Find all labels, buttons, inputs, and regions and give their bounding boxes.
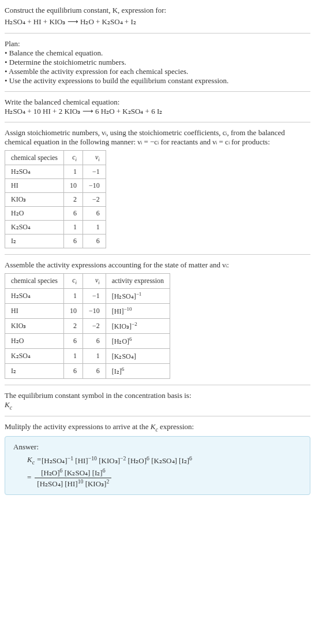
plan-item: • Use the activity expressions to build … (5, 76, 310, 85)
term: [HI]10 (65, 479, 83, 488)
col-species: chemical species (5, 151, 64, 165)
balanced-header: Write the balanced chemical equation: (5, 98, 310, 107)
term: [H₂SO₄] (37, 479, 63, 488)
plan-item: • Assemble the activity expression for e… (5, 67, 310, 76)
col-ci: ci (63, 151, 82, 165)
table-row: KIO₃2−2 (5, 193, 106, 207)
divider (5, 33, 310, 33)
term: [K₂SO₄] (151, 455, 177, 466)
divider (5, 385, 310, 385)
table-row: H₂SO₄1−1 (5, 165, 106, 179)
table-row: I₂66 (5, 234, 106, 248)
term: [KIO₃]−2 (99, 455, 126, 466)
prompt: Construct the equilibrium constant, K, e… (5, 5, 310, 27)
col-species: chemical species (5, 274, 64, 288)
equals: = (27, 473, 31, 482)
plan-item: • Balance the chemical equation. (5, 49, 310, 58)
col-vi: νi (82, 151, 106, 165)
col-vi: νi (82, 274, 106, 288)
table-row: HI10−10[HI]−10 (5, 303, 170, 318)
table-header-row: chemical species ci νi (5, 151, 106, 165)
divider (5, 122, 310, 122)
balanced-equation: Write the balanced chemical equation: H₂… (5, 98, 310, 116)
col-ci: ci (63, 274, 82, 288)
stoich-text: Assign stoichiometric numbers, νᵢ, using… (5, 128, 285, 146)
denominator: [H₂SO₄] [HI]10 [KIO₃]2 (35, 478, 111, 489)
divider (5, 416, 310, 416)
answer-box: Answer: Kc = [H₂SO₄]−1 [HI]−10 [KIO₃]−2 … (5, 436, 310, 495)
kc-symbol: The equilibrium constant symbol in the c… (5, 391, 310, 411)
term: [KIO₃]2 (85, 479, 110, 488)
table-row: K₂SO₄11[K₂SO₄] (5, 348, 170, 363)
kc-text: The equilibrium constant symbol in the c… (5, 391, 310, 400)
term: [H₂O]6 (128, 455, 149, 466)
activity-table: chemical species ci νi activity expressi… (5, 273, 170, 378)
divider (5, 254, 310, 255)
table-row: H₂SO₄1−1[H₂SO₄]−1 (5, 288, 170, 303)
prompt-arrow: ⟶ (68, 17, 78, 26)
table-row: KIO₃2−2[KIO₃]−2 (5, 318, 170, 333)
plan-header: Plan: (5, 39, 310, 49)
prompt-text: Construct the equilibrium constant, K, e… (5, 6, 166, 14)
stoich-description: Assign stoichiometric numbers, νᵢ, using… (5, 128, 310, 147)
kc-equals: Kc = (27, 455, 42, 466)
term: [K₂SO₄] (65, 468, 91, 477)
table-row: I₂66[I₂]6 (5, 363, 170, 378)
divider (5, 91, 310, 92)
term: [I₂]6 (179, 455, 192, 466)
prompt-rhs: H₂O + K₂SO₄ + I₂ (80, 17, 136, 26)
answer-fraction: = [H₂O]6 [K₂SO₄] [I₂]6 [H₂SO₄] [HI]10 [K… (27, 467, 302, 489)
table-row: H₂O66 (5, 207, 106, 221)
table-row: K₂SO₄11 (5, 221, 106, 234)
numerator: [H₂O]6 [K₂SO₄] [I₂]6 (35, 467, 111, 478)
plan: Plan: • Balance the chemical equation. •… (5, 39, 310, 85)
table-row: HI10−10 (5, 179, 106, 193)
plan-item: • Determine the stoichiometric numbers. (5, 58, 310, 67)
col-activity: activity expression (106, 274, 170, 288)
stoich-table: chemical species ci νi H₂SO₄1−1 HI10−10 … (5, 150, 106, 248)
term: [HI]−10 (75, 455, 97, 466)
term: [I₂]6 (92, 468, 106, 477)
answer-inline: Kc = [H₂SO₄]−1 [HI]−10 [KIO₃]−2 [H₂O]6 [… (27, 455, 302, 466)
table-header-row: chemical species ci νi activity expressi… (5, 274, 170, 288)
multiply-text: Mulitply the activity expressions to arr… (5, 422, 310, 433)
balanced-formula: H₂SO₄ + 10 HI + 2 KIO₃ ⟶ 6 H₂O + K₂SO₄ +… (5, 107, 310, 116)
fraction: [H₂O]6 [K₂SO₄] [I₂]6 [H₂SO₄] [HI]10 [KIO… (35, 467, 111, 489)
term: [H₂O]6 (41, 468, 62, 477)
prompt-lhs: H₂SO₄ + HI + KIO₃ (5, 17, 66, 26)
activity-header: Assemble the activity expressions accoun… (5, 260, 310, 270)
answer-label: Answer: (13, 442, 302, 452)
kc-label: Kc (5, 400, 310, 411)
term: [H₂SO₄]−1 (42, 455, 73, 466)
table-row: H₂O66[H₂O]6 (5, 333, 170, 348)
answer-expression: Kc = [H₂SO₄]−1 [HI]−10 [KIO₃]−2 [H₂O]6 [… (27, 455, 302, 489)
